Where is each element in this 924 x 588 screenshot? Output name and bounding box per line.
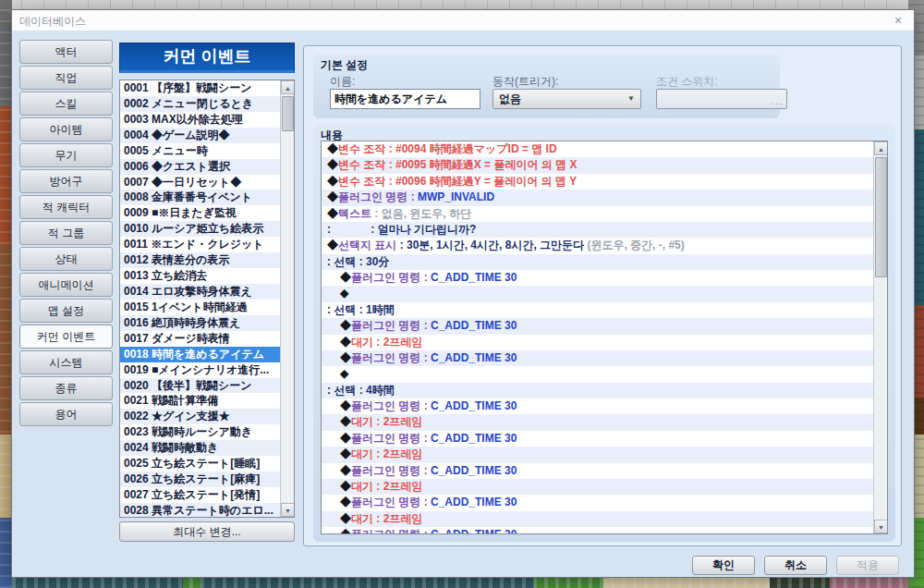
ok-button[interactable]: 확인: [692, 556, 755, 575]
event-list-item[interactable]: 0028 異常ステート時のエロ...: [120, 503, 280, 518]
event-command-line[interactable]: ◆선택지 표시 : 30분, 1시간, 4시간, 8시간, 그만둔다 (윈도우,…: [322, 238, 873, 253]
event-command-line[interactable]: ◆플러그인 명령 : C_ADD_TIME 30: [322, 463, 873, 479]
command-segment: 대기 : 2프레임: [351, 415, 422, 428]
event-command-line[interactable]: ◆플러그인 명령 : C_ADD_TIME 30: [322, 350, 873, 366]
event-command-line[interactable]: ◆플러그인 명령 : C_ADD_TIME 30: [322, 431, 873, 447]
event-command-line[interactable]: ◆플러그인 명령 : C_ADD_TIME 30: [322, 527, 873, 534]
dialog-titlebar[interactable]: 데이터베이스 ×: [12, 10, 914, 31]
name-input[interactable]: [330, 89, 480, 109]
event-list-item[interactable]: 0018 時間を進めるアイテム: [120, 347, 280, 362]
sidebar-tab[interactable]: 방어구: [19, 169, 113, 193]
event-list-item[interactable]: 0008 金庫番番号イベント: [120, 190, 280, 205]
sidebar-tab[interactable]: 적 캐릭터: [19, 195, 113, 219]
event-list-item[interactable]: 0024 戦闘時敵動き: [120, 440, 280, 456]
command-segment: C_ADD_TIME 30: [431, 432, 517, 445]
event-command-line[interactable]: ◆대기 : 2프레임: [322, 414, 873, 430]
common-event-list[interactable]: 0001 【序盤】戦闘シーン0002 メニュー閉じるとき0003 MAX以外除去…: [119, 80, 295, 518]
scrollbar-thumb[interactable]: [875, 157, 887, 277]
event-command-line[interactable]: ◆: [322, 286, 873, 301]
sidebar-tab[interactable]: 애니메이션: [19, 273, 113, 297]
command-segment: 선택 : 30分: [334, 255, 389, 268]
event-list-item[interactable]: 0019 ■メインシナリオ進行...: [120, 362, 280, 378]
name-label: 이름:: [330, 74, 355, 90]
sidebar-tab[interactable]: 커먼 이벤트: [19, 325, 113, 349]
event-command-line[interactable]: : 선택 : 4時間: [322, 383, 873, 398]
event-command-line[interactable]: ◆플러그인 명령 : C_ADD_TIME 30: [322, 270, 873, 286]
event-list-item[interactable]: 0006 ◆クエスト選択: [120, 159, 280, 175]
command-segment: 플러그인 명령 :: [351, 528, 431, 534]
sidebar-tab[interactable]: 맵 설정: [19, 299, 113, 323]
command-list-scrollbar[interactable]: ▲ ▼: [873, 141, 887, 533]
event-command-list[interactable]: ◆변수 조작 : #0094 時間経過マップID = 맵 ID◆변수 조작 : …: [321, 141, 888, 534]
command-segment: 대기 : 2프레임: [351, 447, 422, 460]
event-list-item[interactable]: 0012 表情差分の表示: [120, 252, 280, 268]
close-icon[interactable]: ×: [890, 12, 906, 29]
event-list-item[interactable]: 0011 ※エンド・クレジット: [120, 237, 280, 252]
sidebar-tab[interactable]: 스킬: [19, 92, 113, 116]
event-command-line[interactable]: ◆플러그인 명령 : C_ADD_TIME 30: [322, 398, 873, 414]
event-command-line[interactable]: ◆대기 : 2프레임: [322, 335, 873, 350]
command-segment: 선택지 표시: [338, 239, 396, 251]
event-list-item[interactable]: 0010 ルーシア姫立ち絵表示: [120, 221, 280, 237]
sidebar-tab[interactable]: 액터: [19, 40, 113, 64]
scroll-up-icon[interactable]: ▲: [874, 141, 888, 155]
event-command-line[interactable]: ◆대기 : 2프레임: [322, 447, 873, 462]
event-command-line[interactable]: ◆: [322, 366, 873, 382]
event-list-item[interactable]: 0009 ■※日またぎ監視: [120, 205, 280, 221]
event-list-item[interactable]: 0027 立ち絵ステート[発情]: [120, 487, 280, 503]
event-command-line[interactable]: : 선택 : 30分: [322, 254, 873, 270]
event-list-item[interactable]: 0016 絶頂時時身体震え: [120, 315, 280, 331]
event-command-line[interactable]: ◆플러그인 명령 : MWP_INVALID: [322, 190, 873, 205]
scroll-up-icon[interactable]: ▲: [281, 80, 295, 94]
event-command-line[interactable]: ◆플러그인 명령 : C_ADD_TIME 30: [322, 495, 873, 510]
scroll-down-icon[interactable]: ▼: [281, 503, 295, 517]
sidebar-tab[interactable]: 상태: [19, 247, 113, 271]
event-list-item[interactable]: 0003 MAX以外除去処理: [120, 112, 280, 128]
sidebar-tab[interactable]: 무기: [19, 143, 113, 167]
event-list-item[interactable]: 0017 ダメージ時表情: [120, 331, 280, 347]
cancel-button[interactable]: 취소: [764, 556, 827, 575]
scroll-down-icon[interactable]: ▼: [874, 520, 888, 533]
command-segment: ◆: [327, 207, 338, 220]
event-command-line[interactable]: : : 얼마나 기다립니까?: [322, 222, 873, 238]
event-list-item[interactable]: 0002 メニュー閉じるとき: [120, 96, 280, 112]
event-list-item[interactable]: 0001 【序盤】戦闘シーン: [120, 80, 280, 96]
sidebar-tab[interactable]: 시스템: [19, 350, 113, 374]
event-list-item[interactable]: 0015 1イベント時間経過: [120, 300, 280, 315]
event-list-scrollbar[interactable]: ▲ ▼: [280, 80, 294, 517]
command-segment: 플러그인 명령 :: [351, 464, 431, 477]
event-list-item[interactable]: 0014 エロ攻撃時身体震え: [120, 284, 280, 300]
sidebar-tab[interactable]: 아이템: [19, 117, 113, 141]
scrollbar-thumb[interactable]: [282, 96, 294, 131]
event-command-line[interactable]: ◆텍스트 : 없음, 윈도우, 하단: [322, 206, 873, 222]
event-command-line[interactable]: ◆변수 조작 : #0096 時間経過Y = 플레이어 의 맵 Y: [322, 174, 873, 190]
event-list-item[interactable]: 0023 戦闘時ルーシア動き: [120, 424, 280, 440]
sidebar-tab[interactable]: 용어: [19, 402, 113, 426]
command-segment: ◆: [340, 464, 351, 477]
event-list-item[interactable]: 0007 ◆一日リセット◆: [120, 175, 280, 190]
event-command-line[interactable]: : 선택 : 1時間: [322, 302, 873, 318]
sidebar-tab[interactable]: 직업: [19, 66, 113, 90]
command-segment: C_ADD_TIME 30: [431, 528, 517, 534]
event-list-item[interactable]: 0026 立ち絵ステート[麻痺]: [120, 472, 280, 487]
change-maximum-button[interactable]: 최대수 변경...: [119, 521, 295, 542]
event-list-item[interactable]: 0004 ◆ゲーム説明◆: [120, 128, 280, 143]
event-list-item[interactable]: 0022 ★グイン支援★: [120, 409, 280, 424]
event-list-item[interactable]: 0020 【後半】戦闘シーン: [120, 378, 280, 394]
trigger-dropdown[interactable]: 없음 ▼: [492, 89, 641, 109]
command-segment: 플러그인 명령 :: [338, 190, 418, 203]
event-command-line[interactable]: ◆플러그인 명령 : C_ADD_TIME 30: [322, 318, 873, 334]
sidebar-tab[interactable]: 적 그룹: [19, 221, 113, 245]
command-segment: C_ADD_TIME 30: [431, 399, 517, 412]
event-command-line[interactable]: ◆대기 : 2프레임: [322, 511, 873, 527]
event-list-item[interactable]: 0021 戦闘計算準備: [120, 393, 280, 409]
event-command-line[interactable]: ◆대기 : 2프레임: [322, 479, 873, 495]
event-command-line[interactable]: ◆변수 조작 : #0095 時間経過X = 플레이어 의 맵 X: [322, 157, 873, 173]
event-command-line[interactable]: ◆변수 조작 : #0094 時間経過マップID = 맵 ID: [322, 141, 873, 157]
condition-switch-field: ...: [656, 89, 787, 109]
sidebar-tab[interactable]: 종류: [19, 376, 113, 400]
event-list-item[interactable]: 0025 立ち絵ステート[睡眠]: [120, 456, 280, 472]
event-list-item[interactable]: 0013 立ち絵消去: [120, 268, 280, 284]
event-list-item[interactable]: 0005 メニュー時: [120, 143, 280, 159]
command-segment: 플러그인 명령 :: [351, 432, 431, 445]
